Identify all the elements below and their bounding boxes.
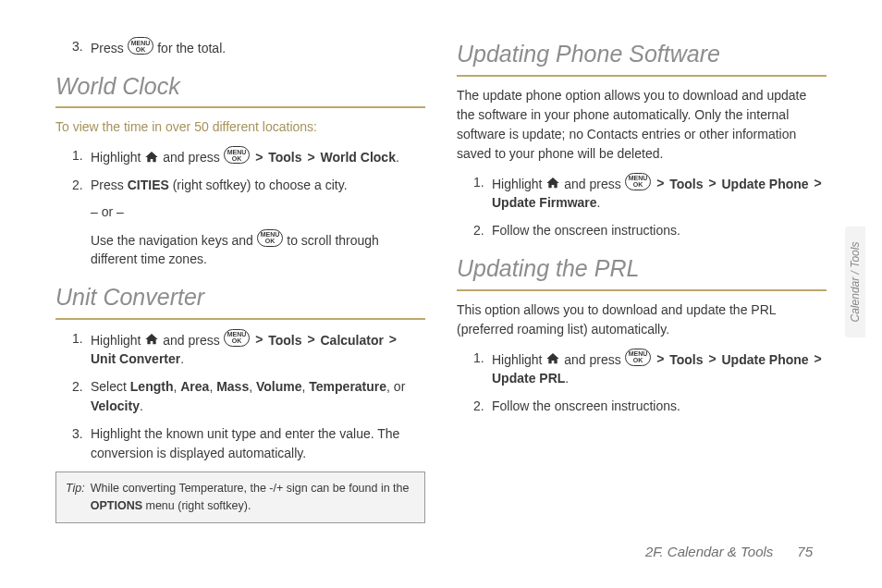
path-segment: Update Phone bbox=[722, 351, 809, 366]
footer-section: 2F. Calendar & Tools bbox=[645, 542, 773, 563]
uc-step-2: 2. Select Length, Area, Mass, Volume, Te… bbox=[72, 377, 425, 416]
text: Highlight bbox=[492, 176, 545, 190]
softkey-label: OPTIONS bbox=[91, 499, 142, 512]
text: Highlight bbox=[91, 332, 144, 347]
heading-rule bbox=[55, 318, 425, 320]
right-column: Updating Phone Software The update phone… bbox=[457, 37, 827, 523]
ups-step-1: 1. Highlight and press MENUOK > Tools > … bbox=[473, 173, 827, 214]
path-segment: World Clock bbox=[321, 150, 396, 165]
gt-icon: > bbox=[305, 150, 316, 165]
wc-step-2: 2. Press CITIES (right softkey) to choos… bbox=[72, 176, 425, 270]
opt: Length bbox=[130, 379, 174, 394]
heading-rule bbox=[55, 106, 425, 108]
text: . bbox=[140, 398, 143, 413]
gt-icon: > bbox=[813, 176, 824, 190]
ups-step-2: 2. Follow the onscreen instructions. bbox=[473, 221, 827, 240]
side-tab-label: Calendar / Tools bbox=[847, 242, 864, 323]
text: (right softkey) to choose a city. bbox=[169, 178, 348, 192]
gt-icon: > bbox=[655, 176, 666, 190]
gt-icon: > bbox=[706, 351, 717, 366]
path-segment: Tools bbox=[669, 176, 703, 190]
step-number: 3. bbox=[72, 424, 83, 444]
tip-label: Tip: bbox=[66, 480, 85, 515]
step-number: 1. bbox=[72, 146, 83, 165]
path-segment: Unit Converter bbox=[91, 351, 180, 366]
step-total: 3. Press MENUOK for the total. bbox=[72, 37, 425, 58]
menu-ok-icon: MENUOK bbox=[224, 329, 251, 347]
left-column: 3. Press MENUOK for the total. World Clo… bbox=[55, 37, 425, 523]
step-number: 1. bbox=[473, 349, 484, 368]
uc-step-1: 1. Highlight and press MENUOK > Tools > … bbox=[72, 329, 425, 370]
text: , or bbox=[386, 379, 405, 394]
path-segment: Tools bbox=[669, 351, 703, 366]
step-number: 2. bbox=[72, 377, 83, 397]
step-number: 1. bbox=[473, 173, 484, 192]
home-icon bbox=[144, 150, 159, 165]
text: and press bbox=[159, 332, 223, 347]
gt-icon: > bbox=[253, 332, 264, 347]
prl-step-2: 2. Follow the onscreen instructions. bbox=[473, 397, 827, 416]
home-icon bbox=[545, 176, 560, 190]
menu-ok-icon: MENUOK bbox=[625, 173, 652, 190]
home-icon bbox=[545, 351, 560, 366]
text: Highlight bbox=[91, 150, 144, 165]
gt-icon: > bbox=[305, 332, 316, 347]
menu-ok-icon: MENUOK bbox=[224, 146, 251, 164]
step-number: 3. bbox=[72, 37, 83, 56]
menu-ok-icon: MENUOK bbox=[128, 37, 154, 55]
page-footer: 2F. Calendar & Tools 75 bbox=[645, 542, 813, 563]
wc-step-1: 1. Highlight and press MENUOK > Tools > … bbox=[72, 146, 425, 167]
text: and press bbox=[560, 176, 624, 190]
heading-updating-software: Updating Phone Software bbox=[457, 37, 827, 72]
tip-text: While converting Temperature, the -/+ si… bbox=[91, 480, 415, 515]
text: Press bbox=[91, 41, 128, 55]
prl-step-1: 1. Highlight and press MENUOK > Tools > … bbox=[473, 349, 827, 389]
opt: Area bbox=[180, 379, 209, 394]
softkey-label: CITIES bbox=[128, 178, 169, 192]
path-segment: Calculator bbox=[321, 332, 384, 347]
text: Select bbox=[91, 379, 130, 394]
paragraph: This option allows you to download and u… bbox=[457, 300, 827, 339]
gt-icon: > bbox=[253, 150, 264, 165]
heading-rule bbox=[457, 289, 827, 291]
wc-step-2b: Use the navigation keys and MENUOK to sc… bbox=[91, 229, 425, 270]
heading-world-clock: World Clock bbox=[55, 69, 425, 104]
text: and press bbox=[159, 150, 223, 165]
menu-ok-icon: MENUOK bbox=[257, 229, 284, 247]
step-number: 2. bbox=[72, 176, 83, 195]
step-number: 2. bbox=[473, 221, 484, 240]
heading-rule bbox=[457, 75, 827, 77]
text: Follow the onscreen instructions. bbox=[492, 398, 680, 413]
gt-icon: > bbox=[706, 176, 717, 190]
gt-icon: > bbox=[387, 332, 398, 347]
opt: Mass bbox=[216, 379, 249, 394]
gt-icon: > bbox=[655, 351, 666, 366]
opt: Velocity bbox=[91, 398, 140, 413]
text: for the total. bbox=[153, 41, 226, 55]
tip-box: Tip: While converting Temperature, the -… bbox=[55, 472, 425, 523]
path-segment: Tools bbox=[268, 332, 301, 347]
path-segment: Update Phone bbox=[722, 176, 809, 190]
footer-page-number: 75 bbox=[797, 542, 813, 563]
path-segment: Update PRL bbox=[492, 371, 565, 386]
text: Press bbox=[91, 178, 128, 192]
text: Highlight the known unit type and enter … bbox=[91, 426, 399, 460]
step-number: 1. bbox=[72, 329, 83, 349]
text: Follow the onscreen instructions. bbox=[492, 223, 680, 238]
or-separator: – or – bbox=[91, 202, 425, 222]
step-number: 2. bbox=[473, 397, 484, 416]
menu-ok-icon: MENUOK bbox=[625, 349, 652, 366]
gt-icon: > bbox=[813, 351, 824, 366]
uc-step-3: 3. Highlight the known unit type and ent… bbox=[72, 424, 425, 463]
paragraph: The update phone option allows you to do… bbox=[457, 86, 827, 164]
home-icon bbox=[144, 332, 159, 347]
path-segment: Tools bbox=[268, 150, 301, 165]
opt: Volume bbox=[256, 379, 302, 394]
text: Use the navigation keys and bbox=[91, 232, 257, 247]
intro-text: To view the time in over 50 different lo… bbox=[55, 117, 425, 137]
path-segment: Update Firmware bbox=[492, 195, 597, 210]
side-tab: Calendar / Tools bbox=[845, 227, 865, 337]
text: and press bbox=[560, 351, 624, 366]
text: Highlight bbox=[492, 351, 545, 366]
heading-updating-prl: Updating the PRL bbox=[457, 251, 827, 287]
